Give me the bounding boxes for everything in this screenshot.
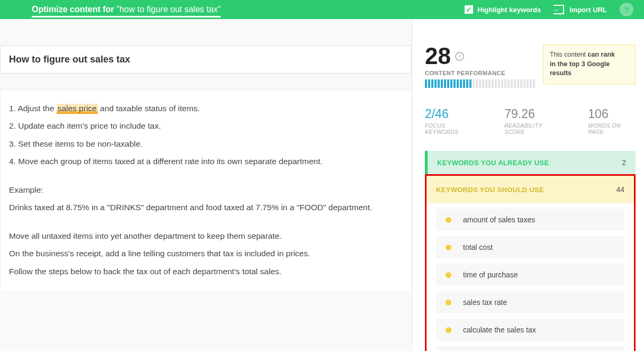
highlight-keywords-toggle[interactable]: ✓ Highlight keywords	[465, 5, 541, 14]
content-line: Drinks taxed at 8.75% in a "DRINKS" depa…	[9, 200, 403, 215]
section-count: 2	[622, 158, 626, 167]
import-icon	[554, 5, 564, 14]
dot-icon	[446, 272, 451, 278]
keyword-suggestion[interactable]: total cost	[436, 236, 624, 258]
performance-score: 28 i	[425, 44, 535, 68]
content-performance-block: 28 i CONTENT PERFORMANCE	[425, 44, 535, 88]
section-label: KEYWORDS YOU SHOULD USE	[436, 186, 544, 194]
title-query: "how to figure out sales tax"	[116, 5, 221, 14]
editor-column: How to figure out sales tax 1. Adjust th…	[0, 19, 412, 351]
info-icon[interactable]: i	[455, 52, 464, 61]
performance-ticks	[425, 79, 535, 88]
keywords-should-use-section[interactable]: KEYWORDS YOU SHOULD USE 44	[427, 176, 634, 203]
keyword-suggestion-list: amount of sales taxes total cost time of…	[427, 203, 634, 351]
content-title: How to figure out sales tax	[9, 54, 403, 65]
highlight-label: Highlight keywords	[477, 6, 541, 14]
keywords-already-use-section[interactable]: KEYWORDS YOU ALREADY USE 2	[425, 151, 636, 174]
content-line: 2. Update each item's price to include t…	[9, 118, 403, 133]
help-button[interactable]: ?	[620, 3, 633, 16]
content-title-input[interactable]: How to figure out sales tax	[0, 46, 412, 74]
section-count: 44	[616, 185, 624, 194]
content-line: 1. Adjust the sales price and taxable st…	[9, 101, 403, 116]
metric-readability: 79.26 READABILITY SCORE	[504, 107, 561, 135]
sidebar: 28 i CONTENT PERFORMANCE This content ca…	[412, 19, 644, 351]
content-line: 4. Move each group of items taxed at a d…	[9, 154, 403, 169]
highlighted-frame: KEYWORDS YOU SHOULD USE 44 amount of sal…	[425, 174, 636, 351]
metrics-row: 2/46 FOCUS KEYWORDS 79.26 READABILITY SC…	[425, 107, 636, 135]
keyword-suggestion[interactable]: time of purchase	[436, 264, 624, 286]
keyword-suggestion[interactable]: amount of sales taxes	[436, 209, 624, 231]
import-label: Import URL	[569, 6, 607, 14]
check-icon: ✓	[465, 5, 473, 14]
content-line: On the business's receipt, add a line te…	[9, 246, 403, 261]
keyword-suggestion[interactable]: calculate the sales tax	[436, 319, 624, 341]
keyword-suggestion[interactable]: calculate sales tax	[436, 346, 624, 351]
metric-words: 106 WORDS ON PAGE	[588, 107, 636, 135]
dot-icon	[446, 300, 451, 305]
content-line: Move all untaxed items into yet another …	[9, 228, 403, 244]
highlighted-keyword: sales price	[57, 104, 98, 114]
content-line: 3. Set these items to be non-taxable.	[9, 136, 403, 151]
dot-icon	[446, 245, 451, 250]
title-prefix: Optimize content for	[32, 5, 114, 14]
dot-icon	[446, 327, 451, 333]
top-header: Optimize content for "how to figure out …	[0, 0, 644, 19]
dot-icon	[446, 217, 451, 223]
rank-callout: This content can rank in the top 3 Googl…	[543, 44, 636, 84]
page-title: Optimize content for "how to figure out …	[32, 5, 221, 14]
keyword-suggestion[interactable]: sales tax rate	[436, 291, 624, 313]
section-label: KEYWORDS YOU ALREADY USE	[437, 159, 549, 167]
content-body-editor[interactable]: 1. Adjust the sales price and taxable st…	[0, 89, 412, 292]
metric-focus-keywords: 2/46 FOCUS KEYWORDS	[425, 107, 478, 135]
content-line: Follow the steps below to back the tax o…	[9, 264, 403, 279]
performance-label: CONTENT PERFORMANCE	[425, 70, 535, 76]
import-url-button[interactable]: Import URL	[554, 5, 607, 14]
header-controls: ✓ Highlight keywords Import URL ?	[465, 3, 633, 16]
content-line: Example:	[9, 182, 403, 197]
